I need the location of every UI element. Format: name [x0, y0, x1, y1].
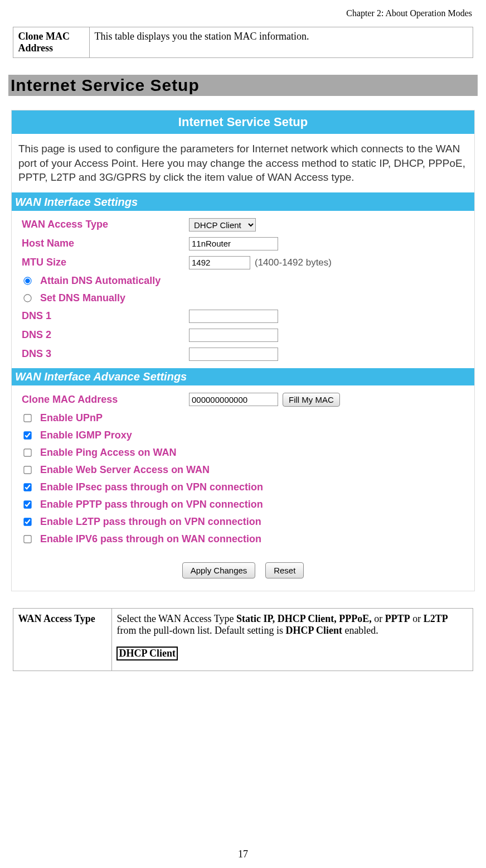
checkbox-label-7: Enable IPV6 pass through on WAN connecti…	[40, 533, 261, 545]
dns2-input[interactable]	[189, 329, 278, 342]
wan-access-type-term: WAN Access Type	[13, 608, 112, 671]
dns3-input[interactable]	[189, 348, 278, 361]
dns3-label: DNS 3	[22, 348, 189, 360]
screenshot-panel: Internet Service Setup This page is used…	[11, 110, 475, 591]
clone-mac-term: Clone MAC Address	[13, 27, 90, 58]
wan-access-type-label: WAN Access Type	[22, 219, 189, 230]
checkbox-label-5: Enable PPTP pass through on VPN connecti…	[40, 499, 263, 510]
checkbox-label-4: Enable IPsec pass through on VPN connect…	[40, 481, 263, 493]
mtu-size-input[interactable]	[189, 256, 250, 269]
checkbox-0[interactable]	[23, 414, 31, 422]
host-name-label: Host Name	[22, 238, 189, 249]
checkbox-3[interactable]	[23, 466, 31, 474]
checkbox-6[interactable]	[23, 518, 31, 525]
dns2-label: DNS 2	[22, 329, 189, 341]
fill-my-mac-button[interactable]: Fill My MAC	[283, 393, 340, 407]
checkbox-label-6: Enable L2TP pass through on VPN connecti…	[40, 516, 261, 528]
reset-button[interactable]: Reset	[265, 562, 304, 578]
wan-access-type-desc: Select the WAN Access Type Static IP, DH…	[112, 608, 473, 671]
dns-manual-radio[interactable]	[23, 294, 31, 302]
checkbox-4[interactable]	[23, 483, 31, 491]
wan-interface-settings-header: WAN Interface Settings	[12, 194, 474, 211]
mtu-size-label: MTU Size	[22, 257, 189, 268]
top-definition-table: Clone MAC Address This table displays yo…	[13, 27, 473, 58]
dns-auto-radio[interactable]	[23, 277, 31, 284]
bottom-definition-table: WAN Access Type Select the WAN Access Ty…	[13, 608, 473, 671]
dns1-input[interactable]	[189, 310, 278, 323]
dns1-label: DNS 1	[22, 310, 189, 322]
host-name-input[interactable]	[189, 237, 278, 250]
clone-mac-label: Clone MAC Address	[22, 394, 189, 406]
checkbox-1[interactable]	[23, 431, 31, 439]
wan-access-type-select[interactable]: DHCP Client	[189, 218, 256, 232]
wan-advance-settings-header: WAN Interface Advance Settings	[12, 368, 474, 385]
checkbox-label-2: Enable Ping Access on WAN	[40, 447, 176, 459]
page-number: 17	[0, 848, 486, 860]
screenshot-description: This page is used to configure the param…	[12, 134, 474, 192]
checkbox-2[interactable]	[23, 449, 31, 456]
checkbox-7[interactable]	[23, 535, 31, 543]
mtu-hint: (1400-1492 bytes)	[255, 257, 332, 268]
chapter-header: Chapter 2: About Operation Modes	[8, 6, 478, 27]
section-banner: Internet Service Setup	[8, 75, 478, 96]
apply-changes-button[interactable]: Apply Changes	[182, 562, 256, 578]
checkbox-label-0: Enable UPnP	[40, 412, 103, 424]
checkbox-label-1: Enable IGMP Proxy	[40, 430, 132, 441]
clone-mac-desc: This table displays you the station MAC …	[90, 27, 473, 58]
dns-manual-label: Set DNS Manually	[40, 292, 125, 304]
clone-mac-input[interactable]	[189, 393, 278, 406]
checkbox-5[interactable]	[23, 500, 31, 508]
dns-auto-label: Attain DNS Automatically	[40, 275, 161, 287]
screenshot-title: Internet Service Setup	[12, 110, 474, 134]
checkbox-label-3: Enable Web Server Access on WAN	[40, 464, 210, 476]
dhcp-client-box: DHCP Client	[116, 647, 178, 660]
